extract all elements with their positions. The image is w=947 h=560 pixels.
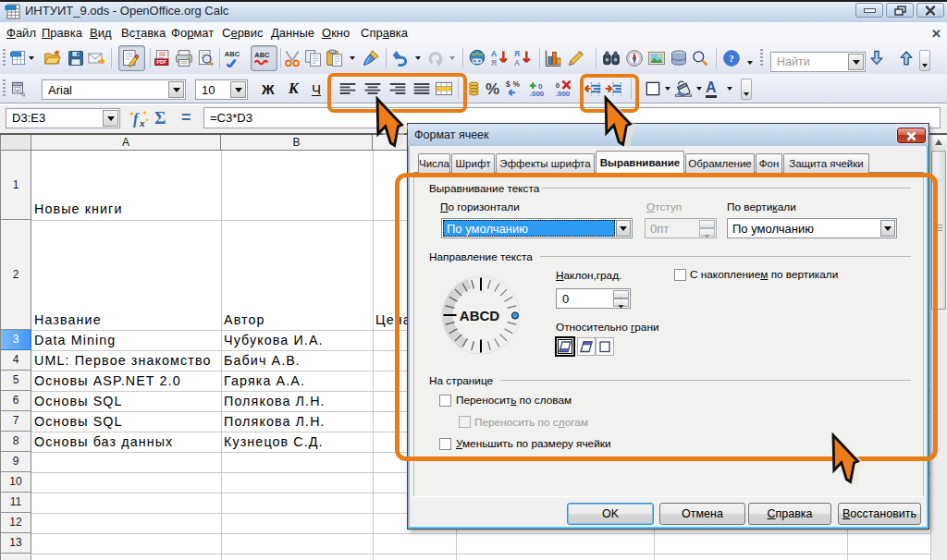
- svg-text:Я: Я: [491, 58, 497, 67]
- svg-text:А: А: [514, 58, 520, 67]
- svg-text:PDF: PDF: [157, 59, 166, 65]
- svg-text:.000: .000: [556, 90, 571, 98]
- svg-text:ABC: ABC: [254, 51, 270, 59]
- svg-text:0: 0: [556, 81, 560, 90]
- svg-text:%: %: [513, 79, 521, 89]
- svg-text:f: f: [133, 111, 140, 128]
- svg-text:x: x: [139, 117, 145, 128]
- svg-text:ABC: ABC: [225, 50, 240, 58]
- svg-text:.000: .000: [530, 90, 545, 98]
- svg-text:$: $: [506, 79, 510, 89]
- svg-text:?: ?: [729, 53, 733, 64]
